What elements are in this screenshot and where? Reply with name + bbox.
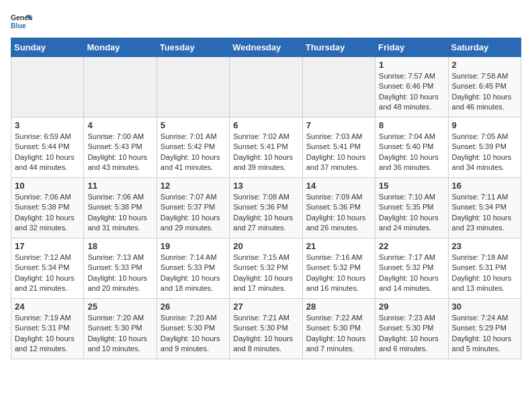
calendar-week-row: 3Sunrise: 6:59 AM Sunset: 5:44 PM Daylig…: [11, 118, 521, 178]
day-info: Sunrise: 7:08 AM Sunset: 5:36 PM Dayligh…: [233, 192, 298, 234]
calendar-cell: 18Sunrise: 7:13 AM Sunset: 5:33 PM Dayli…: [84, 238, 157, 299]
day-info: Sunrise: 7:22 AM Sunset: 5:30 PM Dayligh…: [306, 313, 371, 355]
day-info: Sunrise: 7:15 AM Sunset: 5:32 PM Dayligh…: [233, 253, 298, 294]
calendar-cell: 26Sunrise: 7:20 AM Sunset: 5:30 PM Dayli…: [157, 299, 229, 359]
svg-text:Blue: Blue: [11, 22, 26, 30]
calendar-cell: 15Sunrise: 7:10 AM Sunset: 5:35 PM Dayli…: [375, 178, 448, 238]
day-number: 6: [233, 120, 298, 130]
calendar-cell: 11Sunrise: 7:06 AM Sunset: 5:38 PM Dayli…: [84, 178, 157, 238]
day-info: Sunrise: 7:19 AM Sunset: 5:31 PM Dayligh…: [15, 313, 80, 355]
day-info: Sunrise: 7:02 AM Sunset: 5:41 PM Dayligh…: [233, 132, 298, 173]
calendar-cell: [157, 57, 229, 118]
day-number: 1: [379, 60, 444, 70]
calendar-cell: 17Sunrise: 7:12 AM Sunset: 5:34 PM Dayli…: [11, 238, 84, 299]
day-number: 16: [452, 181, 517, 191]
calendar-cell: 23Sunrise: 7:18 AM Sunset: 5:31 PM Dayli…: [448, 238, 521, 299]
calendar-cell: 7Sunrise: 7:03 AM Sunset: 5:41 PM Daylig…: [302, 118, 375, 178]
weekday-header: Tuesday: [157, 38, 229, 57]
calendar-cell: 6Sunrise: 7:02 AM Sunset: 5:41 PM Daylig…: [230, 118, 302, 178]
day-number: 18: [87, 241, 152, 251]
day-info: Sunrise: 7:11 AM Sunset: 5:34 PM Dayligh…: [452, 192, 517, 234]
day-info: Sunrise: 7:23 AM Sunset: 5:30 PM Dayligh…: [379, 313, 444, 355]
logo-icon: General Blue: [11, 11, 32, 32]
day-info: Sunrise: 7:18 AM Sunset: 5:31 PM Dayligh…: [452, 253, 517, 294]
day-info: Sunrise: 7:20 AM Sunset: 5:30 PM Dayligh…: [161, 313, 226, 355]
day-info: Sunrise: 7:21 AM Sunset: 5:30 PM Dayligh…: [233, 313, 298, 355]
calendar-cell: 20Sunrise: 7:15 AM Sunset: 5:32 PM Dayli…: [230, 238, 302, 299]
day-number: 5: [161, 120, 226, 130]
calendar-week-row: 1Sunrise: 7:57 AM Sunset: 6:46 PM Daylig…: [11, 57, 521, 118]
day-info: Sunrise: 7:10 AM Sunset: 5:35 PM Dayligh…: [379, 192, 444, 234]
day-number: 17: [15, 241, 80, 251]
calendar-cell: [11, 57, 84, 118]
calendar-cell: 9Sunrise: 7:05 AM Sunset: 5:39 PM Daylig…: [448, 118, 521, 178]
weekday-header: Thursday: [302, 38, 375, 57]
day-number: 15: [379, 181, 444, 191]
calendar-cell: 21Sunrise: 7:16 AM Sunset: 5:32 PM Dayli…: [302, 238, 375, 299]
day-number: 4: [87, 120, 152, 130]
day-number: 7: [306, 120, 371, 130]
calendar-cell: [302, 57, 375, 118]
page-header: General Blue: [11, 11, 521, 32]
day-info: Sunrise: 7:17 AM Sunset: 5:32 PM Dayligh…: [379, 253, 444, 294]
weekday-header: Saturday: [448, 38, 521, 57]
calendar-cell: 24Sunrise: 7:19 AM Sunset: 5:31 PM Dayli…: [11, 299, 84, 359]
calendar-cell: 29Sunrise: 7:23 AM Sunset: 5:30 PM Dayli…: [375, 299, 448, 359]
day-number: 26: [161, 302, 226, 312]
day-number: 21: [306, 241, 371, 251]
calendar-cell: 14Sunrise: 7:09 AM Sunset: 5:36 PM Dayli…: [302, 178, 375, 238]
day-number: 9: [452, 120, 517, 130]
calendar-week-row: 24Sunrise: 7:19 AM Sunset: 5:31 PM Dayli…: [11, 299, 521, 359]
day-number: 30: [452, 302, 517, 312]
calendar-week-row: 10Sunrise: 7:06 AM Sunset: 5:38 PM Dayli…: [11, 178, 521, 238]
day-number: 8: [379, 120, 444, 130]
weekday-header: Friday: [375, 38, 448, 57]
calendar-cell: 4Sunrise: 7:00 AM Sunset: 5:43 PM Daylig…: [84, 118, 157, 178]
calendar-cell: 2Sunrise: 7:58 AM Sunset: 6:45 PM Daylig…: [448, 57, 521, 118]
day-info: Sunrise: 7:14 AM Sunset: 5:33 PM Dayligh…: [161, 253, 226, 294]
day-number: 28: [306, 302, 371, 312]
day-number: 10: [15, 181, 80, 191]
day-info: Sunrise: 7:16 AM Sunset: 5:32 PM Dayligh…: [306, 253, 371, 294]
day-info: Sunrise: 7:20 AM Sunset: 5:30 PM Dayligh…: [87, 313, 152, 355]
calendar-cell: 19Sunrise: 7:14 AM Sunset: 5:33 PM Dayli…: [157, 238, 229, 299]
day-number: 12: [161, 181, 226, 191]
calendar-cell: 25Sunrise: 7:20 AM Sunset: 5:30 PM Dayli…: [84, 299, 157, 359]
calendar-cell: 5Sunrise: 7:01 AM Sunset: 5:42 PM Daylig…: [157, 118, 229, 178]
calendar-week-row: 17Sunrise: 7:12 AM Sunset: 5:34 PM Dayli…: [11, 238, 521, 299]
day-info: Sunrise: 7:00 AM Sunset: 5:43 PM Dayligh…: [87, 132, 152, 173]
calendar-cell: [84, 57, 157, 118]
calendar-cell: 22Sunrise: 7:17 AM Sunset: 5:32 PM Dayli…: [375, 238, 448, 299]
calendar-cell: 16Sunrise: 7:11 AM Sunset: 5:34 PM Dayli…: [448, 178, 521, 238]
day-info: Sunrise: 7:13 AM Sunset: 5:33 PM Dayligh…: [87, 253, 152, 294]
calendar-table: SundayMondayTuesdayWednesdayThursdayFrid…: [11, 38, 521, 359]
weekday-header: Monday: [84, 38, 157, 57]
calendar-cell: 1Sunrise: 7:57 AM Sunset: 6:46 PM Daylig…: [375, 57, 448, 118]
calendar-cell: 30Sunrise: 7:24 AM Sunset: 5:29 PM Dayli…: [448, 299, 521, 359]
day-number: 20: [233, 241, 298, 251]
weekday-header: Sunday: [11, 38, 84, 57]
day-number: 29: [379, 302, 444, 312]
day-number: 2: [452, 60, 517, 70]
day-info: Sunrise: 7:01 AM Sunset: 5:42 PM Dayligh…: [161, 132, 226, 173]
calendar-cell: 13Sunrise: 7:08 AM Sunset: 5:36 PM Dayli…: [230, 178, 302, 238]
day-number: 27: [233, 302, 298, 312]
day-number: 3: [15, 120, 80, 130]
calendar-cell: 28Sunrise: 7:22 AM Sunset: 5:30 PM Dayli…: [302, 299, 375, 359]
day-number: 14: [306, 181, 371, 191]
day-info: Sunrise: 7:06 AM Sunset: 5:38 PM Dayligh…: [15, 192, 80, 234]
calendar-cell: 8Sunrise: 7:04 AM Sunset: 5:40 PM Daylig…: [375, 118, 448, 178]
day-number: 22: [379, 241, 444, 251]
day-info: Sunrise: 7:07 AM Sunset: 5:37 PM Dayligh…: [161, 192, 226, 234]
day-number: 11: [87, 181, 152, 191]
day-info: Sunrise: 7:04 AM Sunset: 5:40 PM Dayligh…: [379, 132, 444, 173]
day-info: Sunrise: 7:24 AM Sunset: 5:29 PM Dayligh…: [452, 313, 517, 355]
logo: General Blue: [11, 11, 35, 32]
day-number: 23: [452, 241, 517, 251]
calendar-cell: 12Sunrise: 7:07 AM Sunset: 5:37 PM Dayli…: [157, 178, 229, 238]
day-info: Sunrise: 7:12 AM Sunset: 5:34 PM Dayligh…: [15, 253, 80, 294]
day-info: Sunrise: 7:58 AM Sunset: 6:45 PM Dayligh…: [452, 71, 517, 113]
calendar-cell: [230, 57, 302, 118]
weekday-header: Wednesday: [230, 38, 302, 57]
day-info: Sunrise: 6:59 AM Sunset: 5:44 PM Dayligh…: [15, 132, 80, 173]
